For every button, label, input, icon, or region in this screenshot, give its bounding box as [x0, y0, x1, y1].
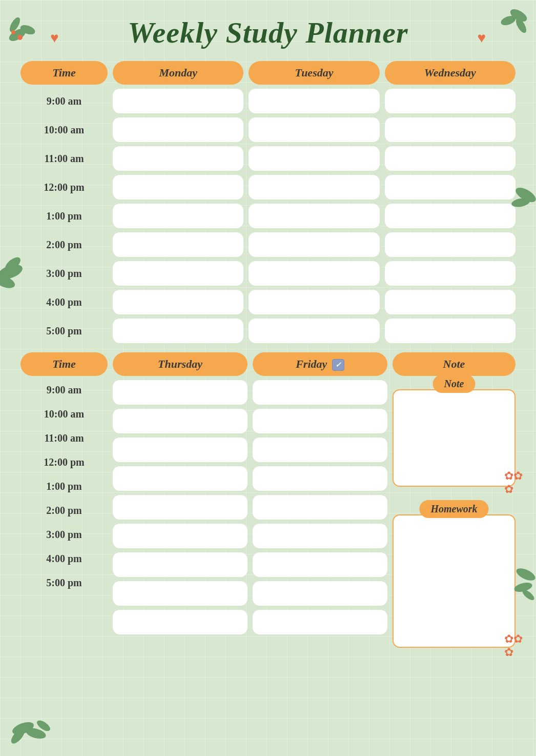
header-note: Note — [393, 352, 516, 376]
entry-fri-2[interactable] — [253, 437, 387, 462]
entry-fri-0[interactable] — [253, 380, 387, 405]
bottom-grid: 9:00 am 10:00 am 11:00 am 12:00 pm 1:00 … — [20, 380, 516, 648]
bottom-note-col: Note ✿✿✿ Homework ✿✿✿ — [393, 380, 516, 648]
entry-mon-7[interactable] — [113, 290, 243, 314]
entry-fri-1[interactable] — [253, 409, 387, 433]
entry-wed-2[interactable] — [385, 146, 516, 171]
entry-tue-6[interactable] — [249, 261, 379, 286]
entry-mon-4[interactable] — [113, 204, 243, 228]
title-area: Weekly Study Planner — [20, 15, 516, 50]
entry-fri-4[interactable] — [253, 495, 387, 520]
top-row-7: 4:00 pm — [20, 290, 516, 314]
time-top-6: 3:00 pm — [20, 264, 108, 284]
entry-mon-2[interactable] — [113, 146, 243, 171]
entry-thu-5[interactable] — [113, 524, 248, 548]
entry-thu-1[interactable] — [113, 409, 248, 433]
top-row-2: 11:00 am — [20, 146, 516, 171]
entry-thu-7[interactable] — [113, 581, 248, 606]
entry-fri-8[interactable] — [253, 610, 387, 634]
entry-thu-3[interactable] — [113, 466, 248, 491]
time-top-5: 2:00 pm — [20, 235, 108, 255]
entry-mon-1[interactable] — [113, 117, 243, 142]
note-box[interactable] — [393, 389, 516, 487]
entry-tue-3[interactable] — [249, 175, 379, 200]
top-row-6: 3:00 pm — [20, 261, 516, 286]
svg-point-9 — [0, 274, 16, 290]
entry-wed-4[interactable] — [385, 204, 516, 228]
entry-wed-3[interactable] — [385, 175, 516, 200]
entry-tue-5[interactable] — [249, 232, 379, 257]
page: ♥ ♥ Weekly Study Planner Time Monday Tue… — [0, 0, 536, 756]
bottom-thu-col — [113, 380, 248, 634]
top-row-5: 2:00 pm — [20, 232, 516, 257]
homework-box[interactable] — [393, 514, 516, 648]
entry-wed-6[interactable] — [385, 261, 516, 286]
top-row-4: 1:00 pm — [20, 204, 516, 228]
entry-fri-3[interactable] — [253, 466, 387, 491]
top-row-8: 5:00 pm — [20, 319, 516, 343]
bottom-time-col: 9:00 am 10:00 am 11:00 am 12:00 pm 1:00 … — [20, 380, 108, 593]
header-friday: Friday ✓ — [253, 352, 387, 376]
homework-flower-deco: ✿✿✿ — [504, 632, 523, 659]
page-title: Weekly Study Planner — [128, 16, 408, 49]
svg-point-13 — [11, 720, 35, 737]
entry-wed-0[interactable] — [385, 89, 516, 113]
entry-mon-8[interactable] — [113, 319, 243, 343]
entry-thu-0[interactable] — [113, 380, 248, 405]
entry-tue-4[interactable] — [249, 204, 379, 228]
time-bot-7: 4:00 pm — [20, 549, 108, 569]
entry-mon-0[interactable] — [113, 89, 243, 113]
header-wednesday: Wednesday — [385, 61, 516, 85]
entry-tue-7[interactable] — [249, 290, 379, 314]
entry-wed-7[interactable] — [385, 290, 516, 314]
entry-mon-3[interactable] — [113, 175, 243, 200]
entry-mon-6[interactable] — [113, 261, 243, 286]
entry-tue-1[interactable] — [249, 117, 379, 142]
time-top-1: 10:00 am — [20, 120, 108, 140]
entry-tue-0[interactable] — [249, 89, 379, 113]
bottom-header-row: Time Thursday Friday ✓ Note — [20, 352, 516, 376]
top-row-1: 10:00 am — [20, 117, 516, 142]
time-top-3: 12:00 pm — [20, 177, 108, 197]
entry-thu-8[interactable] — [113, 610, 248, 634]
top-header-row: Time Monday Tuesday Wednesday — [20, 61, 516, 85]
svg-point-4 — [11, 30, 15, 34]
top-planner-section: Time Monday Tuesday Wednesday 9:00 am 10… — [20, 61, 516, 343]
svg-point-16 — [35, 719, 52, 733]
time-top-4: 1:00 pm — [20, 206, 108, 226]
svg-point-18 — [513, 581, 533, 594]
svg-point-10 — [3, 255, 23, 274]
svg-point-19 — [521, 588, 535, 600]
time-bot-4: 1:00 pm — [20, 476, 108, 496]
header-monday: Monday — [113, 61, 243, 85]
header-time-top: Time — [20, 61, 108, 85]
entry-fri-6[interactable] — [253, 552, 387, 577]
time-top-7: 4:00 pm — [20, 292, 108, 312]
friday-stamp-icon: ✓ — [332, 359, 344, 371]
entry-thu-4[interactable] — [113, 495, 248, 520]
entry-mon-5[interactable] — [113, 232, 243, 257]
svg-point-14 — [25, 726, 47, 741]
entry-thu-2[interactable] — [113, 437, 248, 462]
entry-thu-6[interactable] — [113, 552, 248, 577]
entry-wed-1[interactable] — [385, 117, 516, 142]
note-section: Note ✿✿✿ — [393, 384, 516, 487]
time-top-8: 5:00 pm — [20, 321, 108, 341]
time-bot-0: 9:00 am — [20, 380, 108, 400]
entry-fri-5[interactable] — [253, 524, 387, 548]
homework-label: Homework — [419, 500, 488, 518]
entry-fri-7[interactable] — [253, 581, 387, 606]
time-bot-2: 11:00 am — [20, 428, 108, 448]
entry-tue-2[interactable] — [249, 146, 379, 171]
header-thursday: Thursday — [113, 352, 248, 376]
top-row-3: 12:00 pm — [20, 175, 516, 200]
homework-section: Homework ✿✿✿ — [393, 509, 516, 648]
time-top-0: 9:00 am — [20, 91, 108, 111]
svg-point-7 — [514, 17, 528, 35]
time-bot-3: 12:00 pm — [20, 452, 108, 472]
entry-wed-5[interactable] — [385, 232, 516, 257]
entry-tue-8[interactable] — [249, 319, 379, 343]
entry-wed-8[interactable] — [385, 319, 516, 343]
time-bot-5: 2:00 pm — [20, 501, 108, 521]
bottom-fri-col — [253, 380, 387, 634]
